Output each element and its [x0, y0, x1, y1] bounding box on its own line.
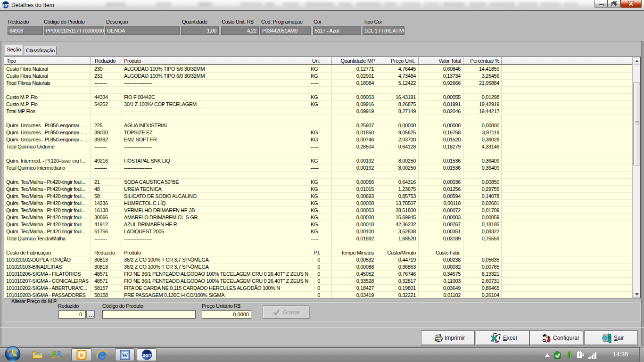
- svg-text:SGT: SGT: [142, 353, 151, 358]
- svg-text:SGT: SGT: [2, 3, 9, 8]
- svg-text:W: W: [122, 352, 128, 359]
